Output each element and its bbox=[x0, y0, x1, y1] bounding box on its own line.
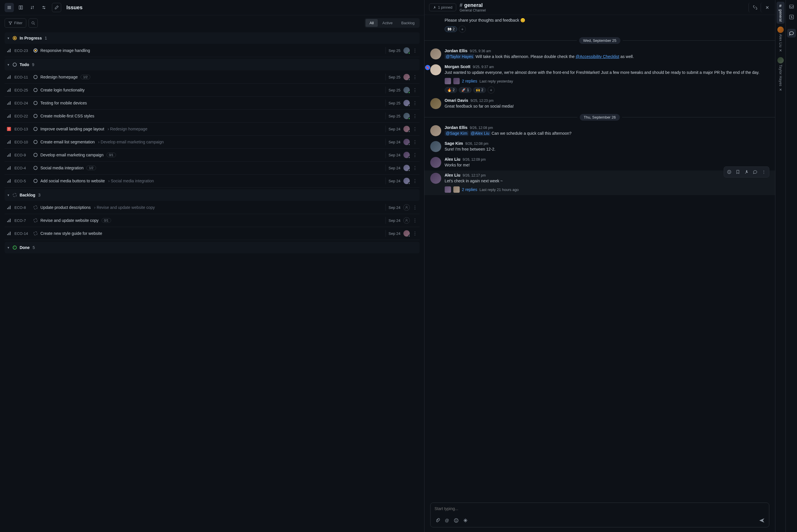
assignee-avatar[interactable] bbox=[403, 87, 410, 93]
bookmark-icon[interactable]: 🔖 bbox=[425, 65, 430, 70]
status-icon[interactable] bbox=[34, 75, 38, 79]
status-icon[interactable] bbox=[34, 101, 38, 105]
status-icon[interactable] bbox=[34, 166, 38, 170]
replies-link[interactable]: 2 replies bbox=[462, 79, 477, 83]
assignee-avatar[interactable] bbox=[403, 152, 410, 158]
issue-row[interactable]: ECO-5 Add social media buttons to websit… bbox=[5, 174, 420, 188]
message[interactable]: Jordan Ellis 9/25, 9:36 am @Taylor Hayes… bbox=[424, 46, 775, 62]
status-icon[interactable] bbox=[34, 88, 38, 92]
rail-taylor[interactable]: Taylor Hayes ✕ bbox=[777, 55, 784, 93]
message[interactable]: Omari Davis 9/25, 12:23 pm Great feedbac… bbox=[424, 96, 775, 112]
status-icon[interactable] bbox=[34, 140, 38, 144]
avatar[interactable] bbox=[430, 141, 441, 152]
assignee-avatar[interactable] bbox=[403, 178, 410, 184]
more-action[interactable]: ⋮ bbox=[760, 168, 768, 176]
more-icon[interactable]: ⋮ bbox=[413, 178, 417, 184]
more-icon[interactable]: ⋮ bbox=[413, 218, 417, 223]
status-icon[interactable] bbox=[34, 153, 38, 157]
avatar[interactable] bbox=[430, 64, 441, 75]
more-icon[interactable]: ⋮ bbox=[413, 88, 417, 93]
activity-icon[interactable] bbox=[787, 13, 796, 21]
group-todo[interactable]: ▼ Todo 9 bbox=[5, 59, 420, 70]
chat-icon[interactable] bbox=[787, 29, 796, 38]
channel-info[interactable]: # general General Channel bbox=[460, 2, 745, 13]
settings-button[interactable] bbox=[39, 3, 49, 12]
more-icon[interactable]: ⋮ bbox=[413, 126, 417, 132]
assignee-avatar[interactable] bbox=[403, 47, 410, 54]
more-icon[interactable]: ⋮ bbox=[413, 205, 417, 210]
assignee-avatar[interactable] bbox=[403, 230, 410, 236]
status-icon[interactable] bbox=[34, 127, 38, 131]
view-board-button[interactable] bbox=[16, 3, 25, 12]
avatar[interactable] bbox=[430, 173, 441, 184]
more-icon[interactable]: ⋮ bbox=[413, 231, 417, 236]
more-icon[interactable]: ⋮ bbox=[413, 113, 417, 119]
filter-button[interactable]: Filter bbox=[5, 18, 26, 28]
tab-all[interactable]: All bbox=[366, 19, 378, 27]
reaction-hands[interactable]: 🙌 2 bbox=[473, 87, 486, 93]
more-icon[interactable]: ⋮ bbox=[413, 165, 417, 171]
bookmark-action[interactable] bbox=[734, 168, 742, 176]
rail-general[interactable]: # general bbox=[777, 2, 784, 24]
messages-scroll[interactable]: Please share your thoughts and feedback … bbox=[424, 15, 775, 500]
inbox-icon[interactable] bbox=[787, 2, 796, 11]
message[interactable]: Alex Liu 9/26, 12:09 pm Works for me! bbox=[424, 155, 775, 171]
status-icon[interactable] bbox=[34, 205, 38, 209]
status-icon[interactable] bbox=[34, 49, 38, 53]
mention-icon[interactable]: @ bbox=[444, 517, 450, 524]
close-button[interactable] bbox=[761, 3, 771, 13]
avatar[interactable] bbox=[430, 98, 441, 109]
assignee-avatar[interactable] bbox=[403, 165, 410, 171]
view-list-button[interactable] bbox=[5, 3, 14, 12]
reaction-rocket[interactable]: 🚀 1 bbox=[459, 87, 472, 93]
status-icon[interactable] bbox=[34, 179, 38, 183]
issue-row[interactable]: ECO-9 Develop email marketing campaign 0… bbox=[5, 149, 420, 162]
assignee-avatar[interactable] bbox=[403, 74, 410, 80]
expand-button[interactable] bbox=[748, 3, 758, 13]
mention[interactable]: @Taylor Hayes bbox=[445, 54, 474, 59]
reaction-eyes[interactable]: 👀 2 bbox=[445, 26, 457, 32]
issue-row[interactable]: ECO-7 Revise and update website copy 0/1… bbox=[5, 214, 420, 227]
close-icon[interactable]: ✕ bbox=[779, 49, 782, 53]
issue-row[interactable]: ECO-25 Create login functionality Sep 25… bbox=[5, 84, 420, 97]
add-reaction-button[interactable]: + bbox=[488, 87, 495, 94]
group-done[interactable]: ▼ Done 5 bbox=[5, 242, 420, 253]
sort-button[interactable] bbox=[28, 3, 37, 12]
pin-action[interactable] bbox=[742, 168, 751, 176]
message[interactable]: 🔖 Morgan Scott 9/25, 9:37 am Just wanted… bbox=[424, 62, 775, 96]
status-icon[interactable] bbox=[34, 231, 38, 235]
mention[interactable]: @Alex Liu bbox=[470, 131, 491, 136]
more-icon[interactable]: ⋮ bbox=[413, 74, 417, 80]
group-backlog[interactable]: ▼ Backlog 3 bbox=[5, 189, 420, 201]
issue-row[interactable]: ECO-24 Testing for mobile devices Sep 25… bbox=[5, 97, 420, 110]
assignee-avatar[interactable] bbox=[403, 113, 410, 119]
assignee-avatar[interactable] bbox=[403, 139, 410, 145]
issue-row[interactable]: ECO-22 Create mobile-first CSS styles Se… bbox=[5, 110, 420, 122]
search-button[interactable] bbox=[29, 18, 38, 28]
issue-row[interactable]: ECO-14 Create new style guide for websit… bbox=[5, 227, 420, 240]
new-issue-button[interactable] bbox=[52, 3, 61, 12]
message-input[interactable] bbox=[435, 506, 765, 511]
message[interactable]: ⋮ Alex Liu 9/26, 12:17 pm Let's check in… bbox=[424, 171, 775, 195]
add-reaction-button[interactable]: + bbox=[459, 26, 466, 33]
ai-icon[interactable] bbox=[462, 517, 469, 524]
status-icon[interactable] bbox=[34, 114, 38, 118]
message[interactable]: Jordan Ellis 9/26, 12:08 pm @Sage Kim @A… bbox=[424, 123, 775, 139]
issues-list[interactable]: ▼ In Progress 1 ECO-23 Responsive image … bbox=[0, 31, 424, 532]
more-icon[interactable]: ⋮ bbox=[413, 48, 417, 53]
issue-row[interactable]: ECO-10 Create email list segmentation › … bbox=[5, 136, 420, 149]
avatar[interactable] bbox=[430, 125, 441, 136]
avatar[interactable] bbox=[430, 157, 441, 168]
more-icon[interactable]: ⋮ bbox=[413, 152, 417, 158]
link[interactable]: @Accessibility Checklist bbox=[576, 54, 619, 59]
issue-row[interactable]: ! ECO-13 Improve overall landing page la… bbox=[5, 122, 420, 136]
status-icon[interactable] bbox=[34, 218, 38, 223]
attach-icon[interactable] bbox=[435, 517, 441, 524]
issue-row[interactable]: ECO-11 Redesign homepage 1/2 Sep 25 ⋮ bbox=[5, 71, 420, 84]
avatar[interactable] bbox=[430, 49, 441, 59]
more-icon[interactable]: ⋮ bbox=[413, 100, 417, 106]
pinned-button[interactable]: 1 pinned bbox=[429, 3, 456, 11]
emoji-icon[interactable] bbox=[453, 517, 459, 524]
unassigned-avatar[interactable] bbox=[403, 204, 410, 211]
group-in-progress[interactable]: ▼ In Progress 1 bbox=[5, 32, 420, 44]
